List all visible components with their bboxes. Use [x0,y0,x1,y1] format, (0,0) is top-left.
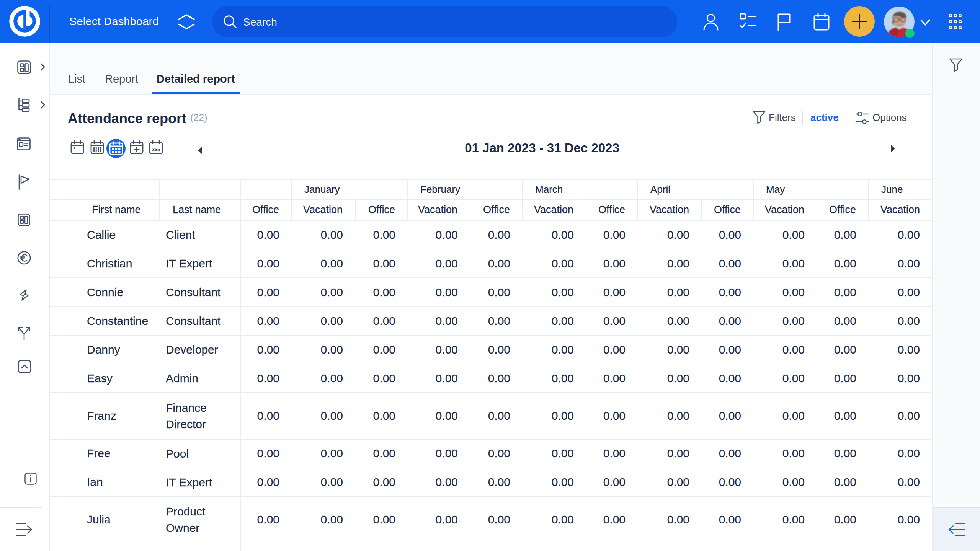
svg-text:365: 365 [152,147,160,152]
